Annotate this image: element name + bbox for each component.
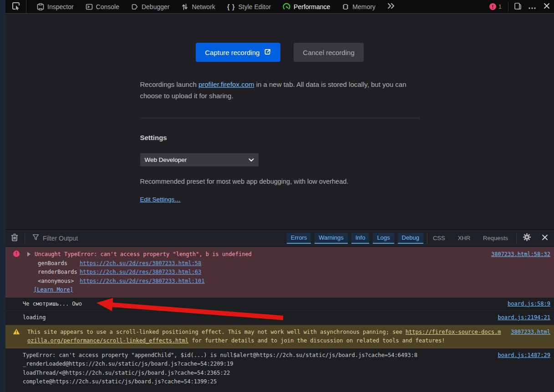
profiler-link[interactable]: profiler.firefox.com: [198, 80, 254, 88]
memory-icon: [342, 3, 349, 10]
stack-frame: renderBoards https://2ch.su/2d/res/38072…: [27, 268, 550, 277]
tab-network[interactable]: Network: [175, 0, 221, 13]
capture-button-label: Capture recording: [205, 49, 259, 56]
filter-logs-button[interactable]: Logs: [373, 233, 394, 244]
style-editor-icon: { }: [227, 3, 235, 10]
gear-icon: [523, 233, 531, 243]
tab-memory[interactable]: Memory: [336, 0, 381, 13]
devtools-tabbar: Inspector Console Debugger Network: [5, 0, 554, 14]
tab-console[interactable]: Console: [80, 0, 125, 13]
filter-warnings-button[interactable]: Warnings: [315, 233, 347, 244]
close-split-console-button[interactable]: [536, 230, 554, 247]
clear-console-button[interactable]: [5, 230, 24, 247]
console-message-log: loading board.js:2194:21: [5, 311, 554, 325]
toolbar-separator: [516, 233, 517, 243]
source-link[interactable]: board.js:2194:21: [498, 313, 550, 322]
chevron-down-icon: [249, 156, 254, 163]
preset-select[interactable]: Web Developer: [140, 153, 259, 166]
stack-function-name: <anonymous>: [38, 277, 80, 286]
console-icon: [86, 3, 93, 10]
edit-settings-link[interactable]: Edit Settings…: [140, 196, 181, 203]
preset-description: Recommended preset for most web app debu…: [140, 178, 420, 185]
meatball-menu-icon: [529, 3, 536, 10]
split-console: Errors Warnings Info Logs Debug CSS XHR …: [5, 229, 554, 392]
filter-info-button[interactable]: Info: [351, 233, 370, 244]
toolbar-separator: [25, 233, 25, 243]
chevron-double-right-icon: [387, 3, 395, 10]
network-icon: [181, 3, 188, 10]
source-link[interactable]: 3807233.html:58:32: [491, 250, 550, 259]
warning-text-after: for further details and to join the disc…: [188, 337, 445, 344]
stack-location-link[interactable]: https://2ch.su/2d/res/3807233.html:101: [80, 277, 205, 286]
debugger-icon: [131, 3, 138, 10]
recording-buttons: Capture recording Cancel recording: [5, 43, 554, 62]
settings-heading: Settings: [140, 134, 420, 141]
close-icon: [544, 3, 550, 10]
tab-style-editor[interactable]: { } Style Editor: [221, 0, 277, 13]
stack-frame: <anonymous> https://2ch.su/2d/res/380723…: [27, 277, 550, 286]
log-message-text: Че смотришь... Owo: [23, 300, 500, 309]
cancel-recording-button[interactable]: Cancel recording: [294, 43, 363, 62]
stack-location-link[interactable]: https://2ch.su/2d/res/3807233.html:58: [80, 259, 201, 268]
error-badge-count: 1: [498, 3, 502, 10]
section-divider: [140, 118, 420, 118]
performance-icon: [283, 3, 290, 10]
error2-line1: TypeError: can't access property "append…: [23, 351, 490, 360]
recordings-description: Recordings launch profiler.firefox.com i…: [140, 79, 420, 101]
error-count-badge[interactable]: ! 1: [485, 3, 506, 10]
filter-output-field: [26, 234, 287, 242]
filter-xhr-button[interactable]: XHR: [453, 233, 475, 243]
error2-line4: complete@https://2ch.su/static/js/board.…: [23, 377, 550, 387]
learn-more-line: [Learn More]: [27, 286, 550, 295]
more-tabs-button[interactable]: [381, 0, 401, 13]
filter-debug-button[interactable]: Debug: [398, 233, 423, 244]
filter-output-input[interactable]: [43, 235, 179, 242]
source-link[interactable]: board.js:58:9: [508, 300, 550, 309]
stack-frame: genBoards https://2ch.su/2d/res/3807233.…: [27, 259, 550, 268]
stack-function-name: renderBoards: [38, 268, 80, 277]
close-devtools-button[interactable]: [539, 0, 554, 14]
tab-label: Debugger: [142, 3, 170, 10]
tab-performance[interactable]: Performance: [277, 0, 336, 13]
trash-icon: [11, 233, 18, 243]
preset-select-value: Web Developer: [145, 156, 249, 163]
warning-text-before: This site appears to use a scroll-linked…: [27, 329, 406, 335]
source-link[interactable]: board.js:1487:29: [498, 351, 550, 360]
stack-location-link[interactable]: https://2ch.su/2d/res/3807233.html:63: [80, 268, 201, 277]
stack-function-name: genBoards: [38, 259, 80, 268]
filter-css-button[interactable]: CSS: [428, 233, 450, 243]
learn-more-link[interactable]: [Learn More]: [34, 286, 73, 293]
tab-label: Inspector: [47, 3, 74, 10]
expand-caret-icon[interactable]: [27, 252, 30, 256]
pick-element-button[interactable]: [5, 0, 26, 13]
filter-funnel-icon: [32, 234, 39, 242]
performance-content: Recordings launch profiler.firefox.com i…: [140, 79, 420, 203]
meatball-menu-button[interactable]: [525, 0, 539, 14]
console-message-error: ! Uncaught TypeError: can't access prope…: [5, 247, 554, 297]
console-toolbar: Errors Warnings Info Logs Debug CSS XHR …: [5, 230, 554, 247]
close-icon: [542, 234, 548, 242]
console-message-error-text: TypeError: can't access property "append…: [5, 348, 554, 389]
tab-label: Memory: [352, 3, 376, 10]
toolbar-separator: [508, 2, 508, 11]
tab-strip: Inspector Console Debugger Network: [31, 0, 381, 13]
capture-recording-button[interactable]: Capture recording: [196, 43, 280, 62]
log-level-filters: Errors Warnings Info Logs Debug: [287, 233, 423, 244]
cancel-button-label: Cancel recording: [303, 49, 354, 56]
filter-errors-button[interactable]: Errors: [287, 233, 311, 244]
filter-requests-button[interactable]: Requests: [478, 233, 513, 243]
tab-debugger[interactable]: Debugger: [125, 0, 176, 13]
console-message-log: Че смотришь... Owo board.js:58:9: [5, 297, 554, 312]
recordings-text-before: Recordings launch: [140, 80, 198, 88]
warning-icon: [13, 328, 20, 338]
error-message-text: Uncaught TypeError: can't access propert…: [35, 250, 484, 259]
source-link[interactable]: 3807233.html: [511, 328, 550, 337]
toolbar-separator: [427, 233, 427, 243]
devtools-window: Inspector Console Debugger Network: [5, 0, 554, 392]
performance-panel: Capture recording Cancel recording Recor…: [5, 14, 554, 229]
error2-line2: _renderLoaded@https://2ch.su/static/js/b…: [23, 360, 550, 369]
tab-inspector[interactable]: Inspector: [31, 0, 80, 13]
responsive-design-mode-button[interactable]: [510, 0, 525, 14]
console-settings-button[interactable]: [518, 230, 536, 247]
log-message-text: loading: [23, 313, 490, 322]
